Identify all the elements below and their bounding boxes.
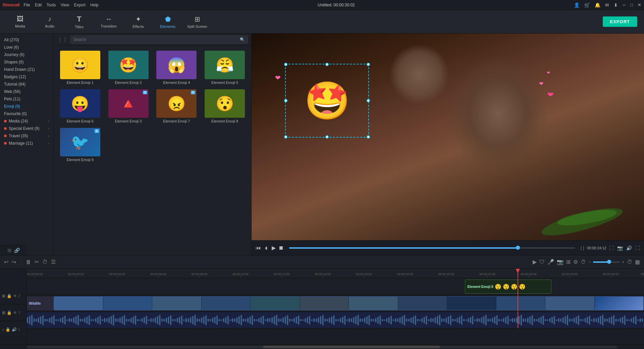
sidebar-item-tutorial[interactable]: Tutorial (64) [0, 81, 53, 88]
handle-br[interactable] [367, 135, 370, 139]
toolbar-effects[interactable]: ✦ Effects [125, 12, 152, 32]
audio-track-icon[interactable]: ♪ [2, 327, 4, 332]
track1-lock-icon[interactable]: 🔒 [7, 310, 12, 315]
grid-view-icon[interactable]: ⋮⋮ [57, 37, 68, 43]
scrollbar-thumb[interactable] [263, 346, 440, 348]
menu-export[interactable]: Export [74, 3, 86, 7]
track1-grid-icon[interactable]: ⊞ [2, 310, 5, 315]
handle-rm[interactable] [367, 99, 370, 102]
toolbar-splitscreen[interactable]: ⊞ Split Screen [184, 12, 211, 32]
handle-tr[interactable] [367, 63, 370, 66]
link-icon[interactable]: 🔗 [14, 248, 20, 253]
close-button[interactable]: ✕ [638, 2, 641, 7]
zoom-minus-icon[interactable]: − [589, 260, 591, 264]
audio-lock-icon[interactable]: 🔒 [5, 327, 10, 332]
sidebar-item-marriage[interactable]: Marriage (11) › [0, 140, 53, 147]
redo-button[interactable]: ↪ [12, 259, 16, 265]
sidebar-item-all[interactable]: All (270) [0, 36, 53, 44]
cut-button[interactable]: ✂ [35, 259, 39, 265]
mic-icon[interactable]: 🎤 [547, 259, 554, 265]
sidebar-item-shapes[interactable]: Shapes (6) [0, 58, 53, 66]
zoom-slider[interactable] [593, 261, 620, 263]
zoom-thumb[interactable] [607, 260, 611, 264]
toolbar-audio[interactable]: ♪ Audio [36, 12, 63, 32]
play-back-button[interactable]: ⏴ [264, 245, 269, 251]
cart-icon[interactable]: 🛒 [584, 2, 590, 8]
export-button[interactable]: EXPORT [603, 16, 637, 27]
audio-clip[interactable] [27, 312, 644, 328]
menu-file[interactable]: File [24, 3, 30, 7]
handle-bm[interactable] [325, 135, 329, 139]
video-clip-frames[interactable] [54, 296, 644, 310]
audio-vol-icon[interactable]: 🔊 [12, 327, 17, 332]
sidebar-item-love[interactable]: Love (6) [0, 44, 53, 51]
screen-size-icon[interactable]: ⛶ [609, 245, 614, 251]
menu-help[interactable]: Help [90, 3, 99, 7]
list-item[interactable]: 😱 Element Emoji 4 [154, 49, 200, 86]
handle-tl[interactable] [284, 63, 287, 66]
add-track-icon[interactable]: ⊞ [7, 248, 11, 253]
sidebar-item-web[interactable]: Web (56) [0, 88, 53, 95]
render-icon[interactable]: ▶ [533, 259, 537, 265]
progress-bar[interactable] [289, 247, 575, 249]
undo-button[interactable]: ↩ [4, 259, 8, 265]
list-item[interactable]: 😤 Element Emoji 5 [202, 49, 248, 86]
grid-icon[interactable]: ⊞ [566, 259, 571, 265]
user-icon[interactable]: 👤 [574, 2, 580, 8]
message-icon[interactable]: ✉ [605, 2, 609, 8]
sidebar-item-specialevent[interactable]: Special Event (9) › [0, 125, 53, 132]
search-input[interactable] [73, 37, 238, 42]
track1-eye-icon[interactable]: 👁 [13, 310, 17, 315]
minimize-button[interactable]: ─ [623, 2, 626, 7]
element-clip[interactable]: Element Emoji 8 😯 😯 😯 😯 [465, 280, 551, 294]
list-item[interactable]: ⬇ 🔺 Element Emoji 3 [105, 88, 152, 124]
list-item[interactable]: 😛 Element Emoji 6 [57, 88, 103, 124]
layout-icon[interactable]: ▦ [635, 259, 640, 265]
toolbar-media[interactable]: 🖼 Media [7, 12, 34, 32]
progress-thumb[interactable] [516, 246, 520, 250]
sidebar-item-emoji[interactable]: Emoji (9) [0, 103, 53, 110]
track2-lock-icon[interactable]: 🔒 [7, 294, 12, 298]
list-item[interactable]: 🤩 Element Emoji 2 [105, 49, 152, 86]
track2-eye-icon[interactable]: 👁 [13, 294, 17, 298]
track2-grid-icon[interactable]: ⊞ [2, 294, 5, 298]
list-item[interactable]: 😀 Element Emoji 1 [57, 49, 103, 86]
camera-icon[interactable]: 📷 [557, 259, 564, 265]
fullscreen-icon[interactable]: ⛶ [635, 245, 640, 251]
delete-button[interactable]: 🗑 [26, 259, 31, 265]
play-button[interactable]: ▶ [272, 245, 276, 251]
toolbar-titles[interactable]: T Titles [66, 12, 93, 32]
timer-button[interactable]: ⏱ [42, 259, 48, 265]
volume-icon[interactable]: 🔊 [626, 245, 632, 251]
screenshot-icon[interactable]: 📷 [617, 245, 623, 251]
toolbar-elements[interactable]: ⬟ Elements [154, 12, 181, 32]
timer-display-icon[interactable]: ⏱ [627, 259, 632, 265]
sidebar-item-badges[interactable]: Badges (12) [0, 73, 53, 81]
sidebar-item-handdrawn[interactable]: Hand Drawn (21) [0, 66, 53, 73]
menu-edit[interactable]: Edit [35, 3, 42, 7]
list-item[interactable]: ⬇ 🐦 Element Emoji 9 [57, 127, 103, 163]
download-icon[interactable]: ⬇ [614, 2, 618, 8]
stop-button[interactable]: ⏹ [278, 245, 284, 251]
emoji-selection-box[interactable]: 🤩 [285, 64, 369, 138]
shield-icon[interactable]: 🛡 [539, 259, 545, 265]
list-button[interactable]: ☰ [51, 259, 56, 265]
clock-icon[interactable]: ⏱ [581, 259, 586, 265]
scrollbar-track[interactable] [27, 346, 617, 348]
sidebar-item-travel[interactable]: Travel (35) › [0, 132, 53, 140]
maximize-button[interactable]: □ [630, 2, 633, 7]
sidebar-item-journey[interactable]: Journey (6) [0, 51, 53, 58]
list-item[interactable]: 😯 Element Emoji 8 [202, 88, 248, 124]
notification-icon[interactable]: 🔔 [595, 2, 600, 8]
sidebar-item-pets[interactable]: Pets (11) [0, 95, 53, 103]
zoom-plus-icon[interactable]: + [622, 260, 624, 264]
list-item[interactable]: ⬇ 😠 Element Emoji 7 [154, 88, 200, 124]
menu-view[interactable]: View [61, 3, 69, 7]
step-back-button[interactable]: ⏮ [256, 245, 261, 251]
menu-tools[interactable]: Tools [47, 3, 56, 7]
handle-tm[interactable] [325, 63, 329, 66]
handle-bl[interactable] [284, 135, 287, 139]
settings-icon[interactable]: ⚙ [573, 259, 578, 265]
sidebar-item-media[interactable]: Media (24) › [0, 117, 53, 125]
handle-lm[interactable] [284, 99, 287, 102]
